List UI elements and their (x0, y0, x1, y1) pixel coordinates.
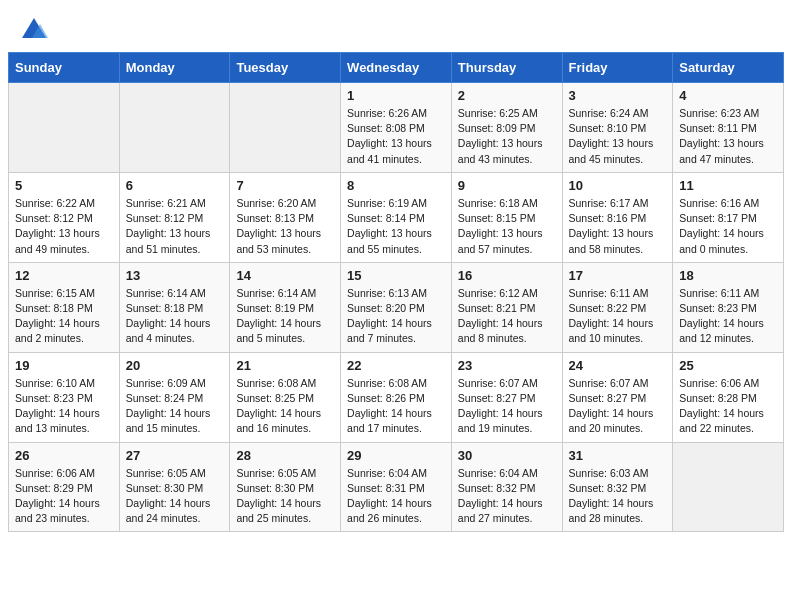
col-header-saturday: Saturday (673, 53, 784, 83)
day-number: 7 (236, 178, 334, 193)
day-info: Sunrise: 6:03 AMSunset: 8:32 PMDaylight:… (569, 466, 667, 527)
sunrise-text: Sunrise: 6:16 AM (679, 197, 759, 209)
day-number: 28 (236, 448, 334, 463)
sunrise-text: Sunrise: 6:07 AM (569, 377, 649, 389)
sunrise-text: Sunrise: 6:11 AM (569, 287, 649, 299)
sunset-text: Sunset: 8:12 PM (15, 212, 93, 224)
daylight-text: Daylight: 14 hours and 19 minutes. (458, 407, 543, 434)
calendar-day: 18Sunrise: 6:11 AMSunset: 8:23 PMDayligh… (673, 262, 784, 352)
sunrise-text: Sunrise: 6:24 AM (569, 107, 649, 119)
day-info: Sunrise: 6:09 AMSunset: 8:24 PMDaylight:… (126, 376, 224, 437)
daylight-text: Daylight: 13 hours and 43 minutes. (458, 137, 543, 164)
calendar-day: 3Sunrise: 6:24 AMSunset: 8:10 PMDaylight… (562, 83, 673, 173)
day-number: 14 (236, 268, 334, 283)
daylight-text: Daylight: 14 hours and 8 minutes. (458, 317, 543, 344)
day-number: 31 (569, 448, 667, 463)
sunset-text: Sunset: 8:08 PM (347, 122, 425, 134)
calendar-week-1: 1Sunrise: 6:26 AMSunset: 8:08 PMDaylight… (9, 83, 784, 173)
sunset-text: Sunset: 8:27 PM (569, 392, 647, 404)
sunset-text: Sunset: 8:20 PM (347, 302, 425, 314)
calendar-week-4: 19Sunrise: 6:10 AMSunset: 8:23 PMDayligh… (9, 352, 784, 442)
calendar-day: 13Sunrise: 6:14 AMSunset: 8:18 PMDayligh… (119, 262, 230, 352)
sunrise-text: Sunrise: 6:04 AM (347, 467, 427, 479)
day-number: 4 (679, 88, 777, 103)
day-number: 29 (347, 448, 445, 463)
sunset-text: Sunset: 8:12 PM (126, 212, 204, 224)
calendar-day: 12Sunrise: 6:15 AMSunset: 8:18 PMDayligh… (9, 262, 120, 352)
sunset-text: Sunset: 8:25 PM (236, 392, 314, 404)
day-info: Sunrise: 6:20 AMSunset: 8:13 PMDaylight:… (236, 196, 334, 257)
daylight-text: Daylight: 14 hours and 16 minutes. (236, 407, 321, 434)
day-info: Sunrise: 6:06 AMSunset: 8:29 PMDaylight:… (15, 466, 113, 527)
calendar-day: 1Sunrise: 6:26 AMSunset: 8:08 PMDaylight… (341, 83, 452, 173)
calendar-day: 28Sunrise: 6:05 AMSunset: 8:30 PMDayligh… (230, 442, 341, 532)
col-header-thursday: Thursday (451, 53, 562, 83)
calendar-table: SundayMondayTuesdayWednesdayThursdayFrid… (8, 52, 784, 532)
day-info: Sunrise: 6:08 AMSunset: 8:25 PMDaylight:… (236, 376, 334, 437)
col-header-friday: Friday (562, 53, 673, 83)
sunset-text: Sunset: 8:22 PM (569, 302, 647, 314)
day-info: Sunrise: 6:05 AMSunset: 8:30 PMDaylight:… (126, 466, 224, 527)
calendar-day: 11Sunrise: 6:16 AMSunset: 8:17 PMDayligh… (673, 172, 784, 262)
col-header-tuesday: Tuesday (230, 53, 341, 83)
daylight-text: Daylight: 14 hours and 15 minutes. (126, 407, 211, 434)
day-number: 11 (679, 178, 777, 193)
day-info: Sunrise: 6:26 AMSunset: 8:08 PMDaylight:… (347, 106, 445, 167)
col-header-sunday: Sunday (9, 53, 120, 83)
sunset-text: Sunset: 8:19 PM (236, 302, 314, 314)
daylight-text: Daylight: 14 hours and 7 minutes. (347, 317, 432, 344)
calendar-day: 25Sunrise: 6:06 AMSunset: 8:28 PMDayligh… (673, 352, 784, 442)
calendar-day: 16Sunrise: 6:12 AMSunset: 8:21 PMDayligh… (451, 262, 562, 352)
daylight-text: Daylight: 13 hours and 49 minutes. (15, 227, 100, 254)
day-info: Sunrise: 6:22 AMSunset: 8:12 PMDaylight:… (15, 196, 113, 257)
daylight-text: Daylight: 14 hours and 2 minutes. (15, 317, 100, 344)
sunset-text: Sunset: 8:21 PM (458, 302, 536, 314)
daylight-text: Daylight: 14 hours and 28 minutes. (569, 497, 654, 524)
day-number: 10 (569, 178, 667, 193)
day-number: 17 (569, 268, 667, 283)
daylight-text: Daylight: 14 hours and 25 minutes. (236, 497, 321, 524)
daylight-text: Daylight: 14 hours and 10 minutes. (569, 317, 654, 344)
calendar-day: 6Sunrise: 6:21 AMSunset: 8:12 PMDaylight… (119, 172, 230, 262)
day-number: 22 (347, 358, 445, 373)
calendar-day: 14Sunrise: 6:14 AMSunset: 8:19 PMDayligh… (230, 262, 341, 352)
sunset-text: Sunset: 8:27 PM (458, 392, 536, 404)
sunrise-text: Sunrise: 6:08 AM (236, 377, 316, 389)
daylight-text: Daylight: 14 hours and 13 minutes. (15, 407, 100, 434)
sunrise-text: Sunrise: 6:04 AM (458, 467, 538, 479)
sunrise-text: Sunrise: 6:07 AM (458, 377, 538, 389)
sunrise-text: Sunrise: 6:22 AM (15, 197, 95, 209)
calendar-header: SundayMondayTuesdayWednesdayThursdayFrid… (9, 53, 784, 83)
calendar-day: 2Sunrise: 6:25 AMSunset: 8:09 PMDaylight… (451, 83, 562, 173)
calendar-day (230, 83, 341, 173)
calendar-day: 27Sunrise: 6:05 AMSunset: 8:30 PMDayligh… (119, 442, 230, 532)
sunrise-text: Sunrise: 6:06 AM (679, 377, 759, 389)
daylight-text: Daylight: 14 hours and 12 minutes. (679, 317, 764, 344)
calendar-week-2: 5Sunrise: 6:22 AMSunset: 8:12 PMDaylight… (9, 172, 784, 262)
day-number: 13 (126, 268, 224, 283)
day-number: 18 (679, 268, 777, 283)
sunrise-text: Sunrise: 6:21 AM (126, 197, 206, 209)
sunrise-text: Sunrise: 6:05 AM (236, 467, 316, 479)
col-header-monday: Monday (119, 53, 230, 83)
daylight-text: Daylight: 14 hours and 0 minutes. (679, 227, 764, 254)
sunset-text: Sunset: 8:15 PM (458, 212, 536, 224)
calendar-day: 22Sunrise: 6:08 AMSunset: 8:26 PMDayligh… (341, 352, 452, 442)
calendar-body: 1Sunrise: 6:26 AMSunset: 8:08 PMDaylight… (9, 83, 784, 532)
sunset-text: Sunset: 8:32 PM (569, 482, 647, 494)
sunset-text: Sunset: 8:26 PM (347, 392, 425, 404)
calendar-day: 5Sunrise: 6:22 AMSunset: 8:12 PMDaylight… (9, 172, 120, 262)
sunset-text: Sunset: 8:14 PM (347, 212, 425, 224)
day-number: 12 (15, 268, 113, 283)
day-info: Sunrise: 6:16 AMSunset: 8:17 PMDaylight:… (679, 196, 777, 257)
col-header-wednesday: Wednesday (341, 53, 452, 83)
daylight-text: Daylight: 13 hours and 55 minutes. (347, 227, 432, 254)
logo (20, 16, 52, 44)
daylight-text: Daylight: 14 hours and 27 minutes. (458, 497, 543, 524)
calendar-day: 9Sunrise: 6:18 AMSunset: 8:15 PMDaylight… (451, 172, 562, 262)
day-number: 6 (126, 178, 224, 193)
calendar-day: 20Sunrise: 6:09 AMSunset: 8:24 PMDayligh… (119, 352, 230, 442)
sunrise-text: Sunrise: 6:17 AM (569, 197, 649, 209)
day-info: Sunrise: 6:05 AMSunset: 8:30 PMDaylight:… (236, 466, 334, 527)
calendar-day: 7Sunrise: 6:20 AMSunset: 8:13 PMDaylight… (230, 172, 341, 262)
